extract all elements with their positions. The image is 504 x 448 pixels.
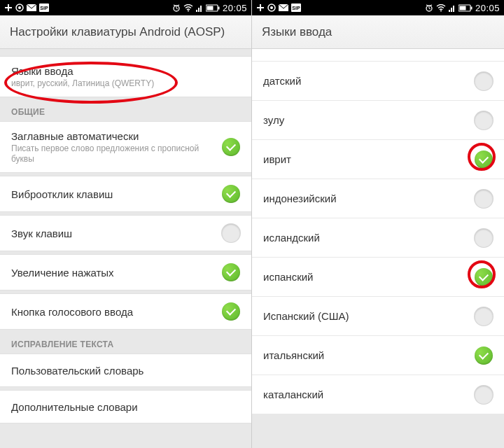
lang-name: каталанский — [263, 388, 323, 400]
partial-row — [252, 49, 504, 62]
lang-name: Испанский (США) — [263, 310, 349, 322]
row-addon-dictionaries[interactable]: Дополнительные словари — [0, 390, 251, 424]
toggle-catalan[interactable] — [475, 386, 493, 404]
row-title: Заглавные автоматически — [11, 130, 222, 142]
toggle-italian[interactable] — [475, 346, 493, 365]
header-title: Настройки клавиатуры Android (AOSP) — [10, 25, 225, 39]
svg-point-3 — [18, 6, 21, 9]
row-popup[interactable]: Увеличение нажатых — [0, 254, 251, 290]
row-auto-capitalize[interactable]: Заглавные автоматически Писать первое сл… — [0, 121, 251, 173]
svg-rect-25 — [451, 8, 452, 12]
row-title: Языки ввода — [11, 65, 154, 77]
svg-point-8 — [188, 10, 189, 11]
lang-row-hebrew[interactable]: иврит — [252, 140, 504, 179]
row-subtitle: Писать первое слово предложения с пропис… — [11, 144, 222, 164]
screen-header: Языки ввода — [252, 15, 504, 49]
plus-icon — [4, 4, 13, 12]
row-title: Виброотклик клавиш — [11, 188, 113, 200]
row-title: Пользовательский словарь — [11, 365, 144, 377]
svg-rect-1 — [5, 7, 12, 8]
section-general: ОБЩИЕ — [0, 100, 251, 121]
signal-icon — [449, 4, 456, 12]
svg-rect-9 — [196, 10, 197, 12]
lang-row-spanish[interactable]: испанский — [252, 258, 504, 297]
lang-name: итальянский — [263, 349, 324, 361]
status-time: 20:05 — [223, 3, 247, 13]
phone-left: SIP 20:05 Настройки клавиатуры Android (… — [0, 0, 252, 448]
lang-row-italian[interactable]: итальянский — [252, 336, 504, 375]
lang-row-catalan[interactable]: каталанский — [252, 375, 504, 414]
battery-icon — [458, 4, 472, 12]
settings-list: Языки ввода иврит, русский, Латиница (QW… — [0, 49, 251, 424]
toggle-indonesian[interactable] — [475, 190, 493, 208]
status-bar: SIP 20:05 — [0, 0, 251, 15]
toggle-danish[interactable] — [475, 72, 493, 90]
toggle-spanish-us[interactable] — [475, 307, 493, 326]
language-list[interactable]: датский зулу иврит индонезийский исландс… — [252, 49, 504, 414]
lang-row-indonesian[interactable]: индонезийский — [252, 179, 504, 218]
mail-icon — [27, 4, 36, 11]
sip-icon: SIP — [39, 4, 49, 12]
row-input-languages[interactable]: Языки ввода иврит, русский, Латиница (QW… — [0, 56, 251, 97]
svg-point-23 — [440, 10, 442, 11]
row-user-dictionary[interactable]: Пользовательский словарь — [0, 354, 251, 387]
row-title: Звук клавиш — [11, 227, 72, 239]
svg-rect-11 — [200, 6, 202, 12]
svg-rect-10 — [198, 8, 200, 12]
lang-name: иврит — [263, 153, 291, 165]
status-time: 20:05 — [475, 3, 500, 13]
toggle-auto-capitalize[interactable] — [222, 138, 240, 156]
alarm-icon — [425, 4, 433, 12]
lang-row-zulu[interactable]: зулу — [252, 101, 504, 140]
header-title: Языки ввода — [262, 25, 332, 39]
row-title: Кнопка голосового ввода — [11, 306, 133, 318]
alarm-icon — [172, 4, 181, 12]
lang-name: индонезийский — [263, 192, 337, 204]
signal-icon — [196, 4, 203, 12]
mail-icon — [279, 4, 288, 11]
svg-rect-16 — [257, 7, 264, 8]
row-sound[interactable]: Звук клавиш — [0, 215, 251, 251]
wifi-icon — [183, 4, 193, 12]
status-bar: SIP 20:05 — [252, 0, 504, 15]
svg-rect-29 — [459, 6, 465, 10]
toggle-hebrew[interactable] — [475, 150, 493, 169]
svg-text:SIP: SIP — [40, 6, 48, 10]
toggle-vibrate[interactable] — [222, 185, 240, 203]
plus-icon — [256, 4, 265, 12]
svg-rect-26 — [453, 6, 454, 12]
lang-name: испанский — [263, 271, 313, 283]
toggle-zulu[interactable] — [475, 111, 493, 130]
lang-name: исландский — [263, 232, 320, 244]
lang-row-danish[interactable]: датский — [252, 62, 504, 101]
row-voice-button[interactable]: Кнопка голосового ввода — [0, 293, 251, 330]
lang-name: зулу — [263, 114, 284, 126]
section-correction: ИСПРАВЛЕНИЕ ТЕКСТА — [0, 332, 251, 354]
screen-header: Настройки клавиатуры Android (AOSP) — [0, 15, 251, 49]
circle-icon — [267, 4, 276, 12]
phone-right: SIP 20:05 Языки ввода датский зулу — [252, 0, 504, 448]
battery-icon — [206, 4, 220, 12]
toggle-popup[interactable] — [222, 263, 240, 281]
toggle-voice-button[interactable] — [222, 302, 240, 321]
svg-rect-24 — [449, 10, 450, 12]
svg-point-18 — [270, 6, 273, 9]
row-vibrate[interactable]: Виброотклик клавиш — [0, 176, 251, 212]
wifi-icon — [436, 4, 446, 12]
sip-icon: SIP — [291, 4, 301, 12]
lang-row-icelandic[interactable]: исландский — [252, 218, 504, 258]
svg-rect-13 — [218, 6, 219, 9]
svg-rect-14 — [206, 6, 213, 10]
svg-rect-28 — [470, 6, 472, 9]
toggle-spanish[interactable] — [475, 268, 493, 286]
toggle-icelandic[interactable] — [475, 229, 493, 247]
toggle-sound[interactable] — [222, 224, 240, 242]
row-subtitle: иврит, русский, Латиница (QWERTY) — [11, 78, 154, 88]
lang-row-spanish-us[interactable]: Испанский (США) — [252, 297, 504, 336]
svg-text:SIP: SIP — [292, 6, 300, 10]
circle-icon — [15, 4, 24, 12]
row-title: Дополнительные словари — [11, 401, 138, 413]
lang-name: датский — [263, 75, 301, 87]
row-title: Увеличение нажатых — [11, 267, 114, 279]
